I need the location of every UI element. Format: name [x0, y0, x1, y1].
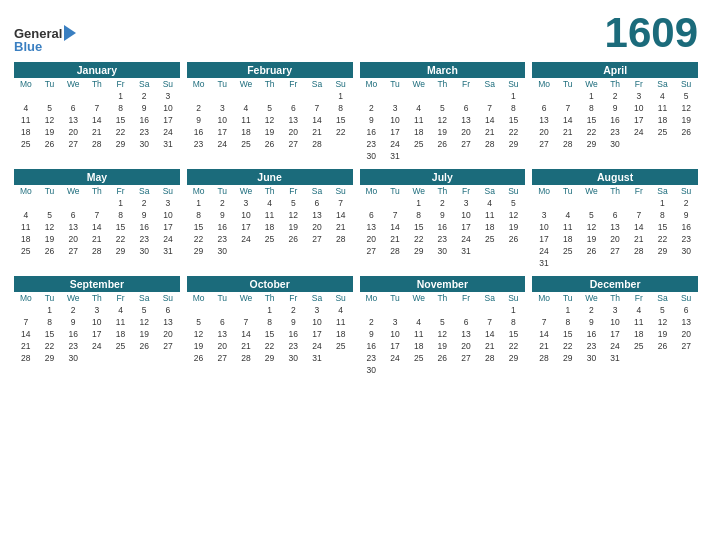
day-cell: 26 [674, 126, 698, 138]
day-cell: 31 [156, 245, 180, 257]
day-cell [305, 90, 329, 102]
day-cell: 7 [627, 209, 651, 221]
day-header: Tu [383, 185, 407, 197]
day-header: Th [258, 78, 282, 90]
day-cell: 9 [360, 114, 384, 126]
table-row: 282930 [14, 352, 180, 364]
table-row: 3456789 [532, 209, 698, 221]
month-table-november: MoTuWeThFrSaSu12345678910111213141516171… [360, 292, 526, 376]
day-cell: 7 [85, 209, 109, 221]
table-row: 13141516171819 [360, 221, 526, 233]
day-cell: 13 [603, 221, 627, 233]
day-cell [305, 245, 329, 257]
day-cell [187, 304, 211, 316]
day-cell: 10 [305, 316, 329, 328]
year-title: 1609 [605, 12, 698, 54]
day-header: Th [603, 292, 627, 304]
day-cell: 13 [360, 221, 384, 233]
day-cell: 21 [14, 340, 38, 352]
day-header: Sa [651, 292, 675, 304]
day-cell: 19 [431, 126, 455, 138]
table-row: 12131415161718 [187, 328, 353, 340]
day-cell: 19 [38, 233, 62, 245]
day-cell: 19 [674, 114, 698, 126]
day-header: Tu [38, 78, 62, 90]
table-row: 23242526272829 [360, 352, 526, 364]
day-cell: 30 [603, 138, 627, 150]
day-cell [478, 150, 502, 162]
day-cell: 21 [556, 126, 580, 138]
day-header: Tu [383, 78, 407, 90]
day-cell: 1 [109, 197, 133, 209]
day-cell [61, 197, 85, 209]
month-block-may: MayMoTuWeThFrSaSu12345678910111213141516… [14, 169, 180, 269]
day-cell: 30 [281, 352, 305, 364]
day-cell: 16 [603, 114, 627, 126]
day-cell: 28 [85, 138, 109, 150]
day-cell: 3 [210, 102, 234, 114]
table-row: 28293031 [532, 352, 698, 364]
day-cell: 16 [132, 221, 156, 233]
day-cell [532, 304, 556, 316]
day-cell: 23 [603, 126, 627, 138]
day-cell: 29 [407, 245, 431, 257]
day-cell: 18 [407, 126, 431, 138]
month-table-june: MoTuWeThFrSaSu12345678910111213141516171… [187, 185, 353, 257]
day-cell: 11 [627, 316, 651, 328]
day-cell [210, 304, 234, 316]
table-row: 23242526272829 [360, 138, 526, 150]
day-cell: 15 [556, 328, 580, 340]
day-cell: 28 [234, 352, 258, 364]
day-cell: 8 [109, 209, 133, 221]
day-header: Mo [14, 78, 38, 90]
day-cell: 5 [258, 102, 282, 114]
day-cell: 30 [360, 364, 384, 376]
day-cell: 23 [132, 126, 156, 138]
day-cell: 28 [305, 138, 329, 150]
day-cell: 20 [61, 233, 85, 245]
day-cell: 27 [454, 352, 478, 364]
day-cell: 23 [132, 233, 156, 245]
day-cell [502, 245, 526, 257]
table-row: 6789101112 [532, 102, 698, 114]
day-cell: 10 [603, 316, 627, 328]
day-header: Fr [454, 185, 478, 197]
day-header: Su [674, 185, 698, 197]
day-cell: 13 [532, 114, 556, 126]
day-cell: 12 [38, 221, 62, 233]
day-cell: 18 [14, 126, 38, 138]
day-cell: 26 [281, 233, 305, 245]
table-row: 15161718192021 [187, 221, 353, 233]
day-cell: 11 [234, 114, 258, 126]
day-cell: 27 [61, 138, 85, 150]
day-cell: 6 [454, 316, 478, 328]
day-cell [61, 90, 85, 102]
table-row: 16171819202122 [187, 126, 353, 138]
day-cell: 29 [580, 138, 604, 150]
day-cell: 17 [156, 114, 180, 126]
day-cell [281, 245, 305, 257]
day-cell [627, 352, 651, 364]
table-row: 1234 [187, 304, 353, 316]
day-cell: 14 [383, 221, 407, 233]
day-cell: 18 [14, 233, 38, 245]
day-cell: 6 [61, 102, 85, 114]
day-cell: 14 [329, 209, 353, 221]
day-cell: 19 [431, 340, 455, 352]
month-header-august: August [532, 169, 698, 185]
table-row: 31 [532, 257, 698, 269]
day-header: We [234, 185, 258, 197]
day-header: Sa [651, 185, 675, 197]
day-cell: 5 [502, 197, 526, 209]
day-cell: 7 [305, 102, 329, 114]
day-cell: 23 [580, 340, 604, 352]
day-cell: 2 [431, 197, 455, 209]
day-cell: 27 [156, 340, 180, 352]
day-cell: 11 [258, 209, 282, 221]
table-row: 21222324252627 [532, 340, 698, 352]
day-cell: 22 [580, 126, 604, 138]
day-cell: 30 [580, 352, 604, 364]
day-header: Mo [532, 292, 556, 304]
table-row: 2728293031 [360, 245, 526, 257]
day-cell: 6 [532, 102, 556, 114]
